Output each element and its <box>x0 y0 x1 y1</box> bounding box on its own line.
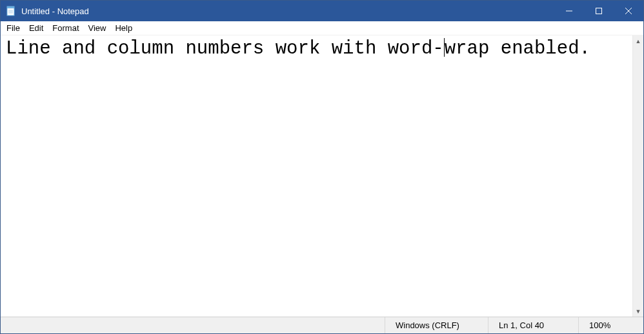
window-title: Untitled - Notepad <box>21 6 89 16</box>
maximize-button[interactable] <box>584 1 614 21</box>
status-line-ending: Windows (CRLF) <box>385 317 488 333</box>
scroll-down-arrow-icon[interactable]: ▼ <box>633 306 643 317</box>
editor-area: Line and column numbers work with word-w… <box>1 35 643 317</box>
vertical-scrollbar[interactable]: ▲ ▼ <box>632 35 643 317</box>
menubar: File Edit Format View Help <box>1 21 643 35</box>
minimize-button[interactable] <box>554 1 584 21</box>
svg-rect-1 <box>7 6 14 8</box>
svg-rect-6 <box>596 8 602 14</box>
status-cursor-position-label: Ln 1, Col 40 <box>499 320 544 330</box>
notepad-window: Untitled - Notepad File Edit Format View… <box>0 0 644 334</box>
scroll-track[interactable] <box>633 46 643 306</box>
status-spacer <box>1 317 385 333</box>
status-cursor-position: Ln 1, Col 40 <box>488 317 579 333</box>
text-caret <box>444 38 445 57</box>
menu-edit[interactable]: Edit <box>25 22 48 34</box>
text-before-caret: Line and column numbers work with word- <box>6 38 444 59</box>
status-zoom-label: 100% <box>589 320 610 330</box>
menu-file[interactable]: File <box>2 22 25 34</box>
status-zoom: 100% <box>579 317 643 333</box>
text-area[interactable]: Line and column numbers work with word-w… <box>1 35 632 317</box>
menu-view[interactable]: View <box>84 22 111 34</box>
text-after-caret: wrap enabled. <box>445 38 590 59</box>
menu-format[interactable]: Format <box>48 22 83 34</box>
scroll-up-arrow-icon[interactable]: ▲ <box>633 35 643 46</box>
notepad-icon <box>6 6 16 16</box>
menu-help[interactable]: Help <box>110 22 137 34</box>
titlebar[interactable]: Untitled - Notepad <box>1 1 643 21</box>
statusbar: Windows (CRLF) Ln 1, Col 40 100% <box>1 317 643 333</box>
status-line-ending-label: Windows (CRLF) <box>396 320 459 330</box>
close-button[interactable] <box>614 1 643 21</box>
